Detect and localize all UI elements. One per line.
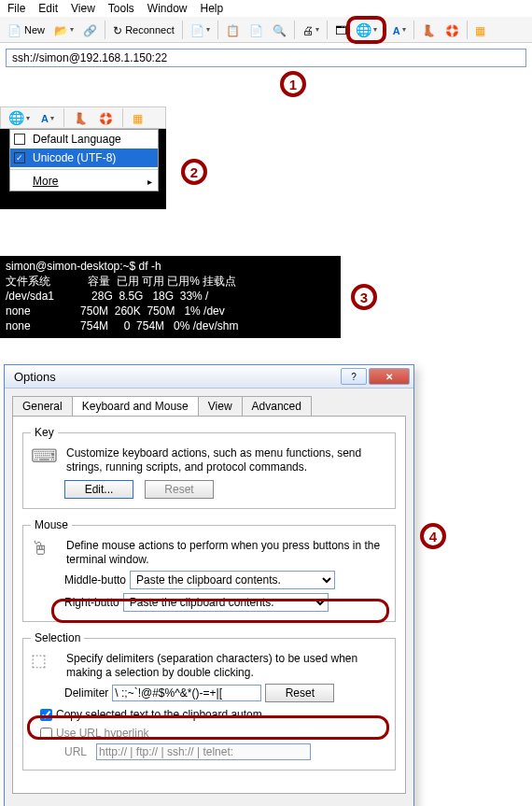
dialog-title: Options bbox=[14, 370, 56, 384]
enc-life[interactable] bbox=[95, 109, 117, 126]
tab-body: Key Customize keyboard actions, such as … bbox=[12, 416, 406, 794]
address-input[interactable] bbox=[6, 49, 526, 67]
reconnect-icon bbox=[113, 23, 122, 36]
document-icon bbox=[7, 23, 21, 36]
link-button[interactable] bbox=[79, 21, 101, 38]
font-icon bbox=[41, 111, 49, 124]
tool-font[interactable] bbox=[389, 21, 410, 38]
folder-icon bbox=[54, 23, 68, 36]
print-icon bbox=[302, 23, 314, 36]
new-label: New bbox=[24, 24, 45, 35]
reconnect-label: Reconnect bbox=[125, 24, 175, 35]
selection-icon bbox=[31, 654, 47, 669]
right-label: Right-butto bbox=[64, 596, 119, 609]
encoding-menu: Default Language ✓ Unicode (UTF-8) More bbox=[9, 129, 159, 191]
edit-button[interactable]: Edit... bbox=[64, 480, 133, 499]
help-button[interactable]: ? bbox=[341, 368, 367, 385]
globe-icon bbox=[8, 111, 24, 124]
tool-paste2[interactable] bbox=[245, 21, 267, 38]
separator bbox=[122, 108, 123, 127]
open-button[interactable] bbox=[50, 21, 77, 38]
tool-a[interactable] bbox=[187, 21, 214, 38]
term-header: 文件系统 容量 已用 可用 已用% 挂载点 bbox=[6, 275, 236, 288]
tool-boot[interactable] bbox=[418, 21, 440, 38]
delimiter-input[interactable] bbox=[112, 685, 261, 701]
encoding-button[interactable] bbox=[352, 21, 381, 38]
mouse-text: Define mouse actions to perform when you… bbox=[66, 539, 387, 567]
titlebar: Options ? ✕ bbox=[5, 365, 413, 389]
reconnect-button[interactable]: Reconnect bbox=[109, 21, 178, 38]
badge-3: 3 bbox=[351, 284, 377, 310]
mouse-fieldset: Mouse Define mouse actions to perform wh… bbox=[22, 518, 396, 622]
separator bbox=[294, 21, 295, 39]
terminal-output: simon@simon-desktop:~$ df -h 文件系统 容量 已用 … bbox=[0, 256, 341, 338]
copy-checkbox[interactable] bbox=[40, 709, 52, 721]
globe-icon bbox=[356, 23, 371, 36]
url-input bbox=[96, 743, 311, 760]
enc-font[interactable] bbox=[37, 109, 58, 126]
checkbox-checked: ✓ bbox=[14, 152, 25, 163]
menubar: File Edit View Tools Window Help bbox=[0, 0, 532, 17]
enc-boot[interactable] bbox=[70, 109, 91, 126]
menu-help[interactable]: Help bbox=[201, 2, 224, 15]
tool-box[interactable] bbox=[331, 21, 350, 38]
tab-advanced[interactable]: Advanced bbox=[242, 396, 312, 416]
right-combo[interactable]: Paste the clipboard contents. bbox=[123, 593, 329, 612]
badge-1: 1 bbox=[280, 71, 306, 97]
tabs: General Keyboard and Mouse View Advanced bbox=[12, 396, 406, 416]
term-prompt: simon@simon-desktop:~$ df -h bbox=[6, 260, 161, 273]
tab-view[interactable]: View bbox=[198, 396, 243, 416]
more-label: More bbox=[33, 175, 58, 188]
menu-view[interactable]: View bbox=[71, 2, 95, 15]
encoding-panel: Default Language ✓ Unicode (UTF-8) More bbox=[0, 106, 166, 209]
separator bbox=[182, 21, 183, 39]
squares-icon bbox=[133, 111, 143, 124]
tab-general[interactable]: General bbox=[12, 396, 73, 416]
term-row: none 750M 260K 750M 1% /dev bbox=[6, 304, 225, 318]
box-icon bbox=[335, 23, 346, 36]
menu-window[interactable]: Window bbox=[147, 2, 188, 15]
badge-2: 2 bbox=[181, 159, 207, 185]
boot-icon bbox=[422, 23, 436, 36]
separator bbox=[217, 21, 218, 39]
dialog-footer: 确定 取消 bbox=[5, 801, 413, 806]
menu-file[interactable]: File bbox=[7, 2, 25, 15]
key-text: Customize keyboard actions, such as menu… bbox=[66, 446, 387, 474]
encoding-item-default[interactable]: Default Language bbox=[10, 130, 158, 148]
enc-sq[interactable] bbox=[129, 109, 147, 126]
separator bbox=[327, 21, 328, 39]
font-icon bbox=[393, 23, 400, 36]
tool-print[interactable] bbox=[299, 21, 323, 38]
middle-combo[interactable]: Paste the clipboard contents. bbox=[130, 571, 335, 589]
menu-edit[interactable]: Edit bbox=[38, 2, 58, 15]
link-icon bbox=[83, 23, 97, 36]
tab-keyboard-mouse[interactable]: Keyboard and Mouse bbox=[72, 396, 199, 416]
new-button[interactable]: New bbox=[4, 21, 49, 38]
encoding-toolbar bbox=[0, 106, 166, 129]
hyperlink-checkbox[interactable] bbox=[40, 728, 52, 740]
menu-tools[interactable]: Tools bbox=[108, 2, 134, 15]
reset-button[interactable]: Reset bbox=[145, 480, 214, 499]
encoding-more[interactable]: More bbox=[10, 169, 158, 191]
close-button[interactable]: ✕ bbox=[369, 368, 410, 385]
term-row: /dev/sda1 28G 8.5G 18G 33% / bbox=[6, 290, 208, 303]
encoding-label: Default Language bbox=[33, 133, 121, 146]
boot-icon bbox=[74, 111, 88, 124]
tool-life[interactable] bbox=[441, 21, 463, 38]
address-bar: 1 bbox=[0, 43, 532, 69]
delimiter-reset-button[interactable]: Reset bbox=[265, 684, 334, 702]
squares-icon bbox=[475, 23, 485, 36]
enc-globe[interactable] bbox=[5, 109, 34, 126]
copy-label: Copy selected text to the clipboard auto… bbox=[56, 708, 262, 721]
selection-text: Specify delimiters (separation character… bbox=[66, 652, 387, 680]
tool-sq[interactable] bbox=[471, 21, 489, 38]
checkbox-unchecked bbox=[14, 134, 25, 145]
hyperlink-label: Use URL hyperlink bbox=[56, 727, 149, 740]
key-legend: Key bbox=[31, 426, 58, 439]
encoding-item-utf8[interactable]: ✓ Unicode (UTF-8) bbox=[10, 148, 158, 167]
separator bbox=[413, 21, 414, 39]
tool-search[interactable] bbox=[269, 21, 290, 38]
selection-legend: Selection bbox=[31, 631, 84, 644]
url-label: URL bbox=[64, 745, 92, 758]
tool-copy[interactable] bbox=[222, 21, 244, 38]
